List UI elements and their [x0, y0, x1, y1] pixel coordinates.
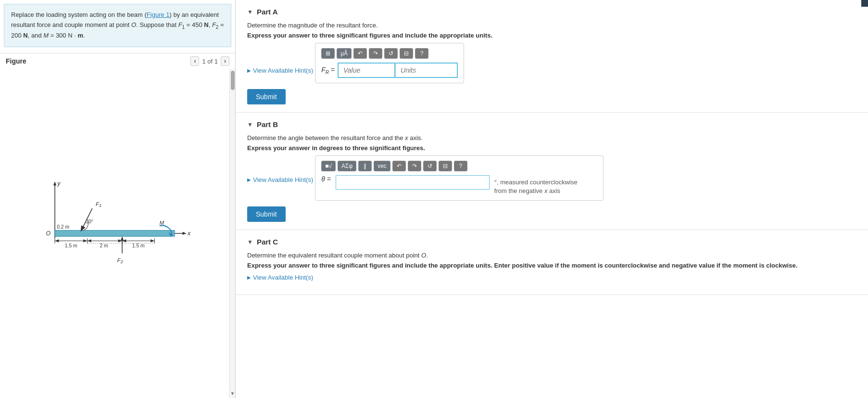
svg-text:F2: F2: [117, 257, 124, 264]
svg-text:O: O: [46, 230, 50, 237]
part-c-hint-link[interactable]: View Available Hint(s): [247, 274, 313, 281]
toolbar-b-undo-btn[interactable]: ↶: [392, 161, 406, 171]
svg-marker-29: [151, 240, 154, 243]
svg-marker-17: [83, 240, 87, 243]
svg-marker-22: [87, 240, 91, 243]
svg-text:M: M: [160, 220, 164, 226]
svg-text:2 m: 2 m: [100, 243, 108, 248]
part-a-description: Determine the magnitude of the resultant…: [247, 22, 856, 29]
toolbar-b-sqrt-btn[interactable]: ■√: [321, 161, 336, 171]
part-a-value-input[interactable]: [338, 63, 395, 78]
toolbar-b-redo-btn[interactable]: ↷: [408, 161, 421, 171]
toolbar-a-undo-btn[interactable]: ↶: [353, 48, 367, 59]
part-b-header[interactable]: ▼ Part B: [247, 120, 856, 128]
svg-text:30°: 30°: [86, 219, 93, 224]
part-b-submit-btn[interactable]: Submit: [247, 206, 286, 222]
part-b-instruction: Express your answer in degrees to three …: [247, 144, 856, 152]
figure-svg: y x O F1 30° 0.2 m: [0, 69, 229, 398]
part-b-hint-link[interactable]: View Available Hint(s): [247, 176, 313, 183]
toolbar-a-keyboard-btn[interactable]: ⊟: [400, 48, 413, 59]
problem-statement: Replace the loading system acting on the…: [4, 4, 231, 47]
svg-text:1.5 m: 1.5 m: [132, 243, 145, 248]
toolbar-b-greek-btn[interactable]: ΑΣφ: [338, 161, 356, 171]
part-b-theta-input[interactable]: [336, 175, 490, 190]
toolbar-a-matrix-btn[interactable]: ⊞: [321, 48, 335, 59]
part-a-answer-box: ⊞ μÅ ↶ ↷ ↺ ⊟ ? FR =: [315, 43, 464, 83]
scroll-thumb: [231, 71, 235, 90]
part-a-instruction: Express your answer to three significant…: [247, 32, 856, 39]
part-a-section: ▼ Part A Determine the magnitude of the …: [236, 0, 868, 113]
scroll-down-btn[interactable]: ▼: [230, 391, 235, 398]
part-b-section: ▼ Part B Determine the angle between the…: [236, 113, 868, 230]
part-b-toolbar: ■√ ΑΣφ ‖ vec ↶ ↷ ↺ ⊟ ?: [321, 161, 597, 171]
part-c-instruction: Express your answer to three significant…: [247, 262, 856, 269]
part-c-section: ▼ Part C Determine the equivalent result…: [236, 230, 868, 295]
toolbar-a-symbol-btn[interactable]: μÅ: [337, 48, 352, 59]
part-a-hint-link[interactable]: View Available Hint(s): [247, 67, 313, 74]
part-b-degree-note: °, measured counterclockwise from the ne…: [494, 175, 581, 195]
toolbar-b-help-btn[interactable]: ?: [454, 161, 467, 171]
part-a-submit-btn[interactable]: Submit: [247, 89, 286, 104]
part-c-collapse-arrow: ▼: [247, 239, 253, 245]
part-a-input-row: FR =: [321, 63, 458, 78]
svg-text:F1: F1: [96, 201, 101, 208]
part-b-var-label: θ =: [321, 175, 331, 183]
toolbar-a-redo-btn[interactable]: ↷: [369, 48, 382, 59]
toolbar-a-help-btn[interactable]: ?: [415, 48, 428, 59]
part-c-description: Determine the equivalent resultant coupl…: [247, 252, 856, 259]
figure-title: Figure: [6, 57, 26, 65]
right-panel: ▼ Part A Determine the magnitude of the …: [236, 0, 868, 398]
toolbar-b-vec-btn[interactable]: vec: [374, 161, 390, 171]
figure-page-indicator: 1 of 1: [202, 58, 218, 65]
part-a-collapse-arrow: ▼: [247, 9, 253, 15]
figure-header: Figure ‹ 1 of 1 ›: [0, 53, 235, 69]
part-b-label: Part B: [257, 120, 278, 128]
part-a-units-input[interactable]: [395, 63, 458, 78]
svg-marker-32: [121, 236, 124, 240]
scroll-bar[interactable]: ▼: [229, 69, 235, 398]
part-c-label: Part C: [257, 238, 278, 246]
svg-marker-1: [53, 181, 56, 185]
toolbar-b-keyboard-btn[interactable]: ⊟: [439, 161, 452, 171]
figure-nav-controls: ‹ 1 of 1 ›: [190, 56, 229, 66]
svg-text:0.2 m: 0.2 m: [57, 224, 69, 230]
part-a-toolbar: ⊞ μÅ ↶ ↷ ↺ ⊟ ?: [321, 48, 458, 59]
part-a-label: Part A: [257, 8, 278, 16]
figure-container: y x O F1 30° 0.2 m: [0, 69, 229, 398]
part-a-header[interactable]: ▼ Part A: [247, 8, 856, 16]
svg-text:y: y: [57, 180, 61, 187]
toolbar-b-parallel-btn[interactable]: ‖: [358, 161, 372, 171]
svg-text:x: x: [187, 230, 191, 237]
toolbar-a-reset-btn[interactable]: ↺: [384, 48, 398, 59]
part-a-var-label: FR =: [321, 66, 335, 75]
part-b-answer-box: ■√ ΑΣφ ‖ vec ↶ ↷ ↺ ⊟ ? θ = °, measured c…: [315, 155, 604, 201]
part-b-description: Determine the angle between the resultan…: [247, 134, 856, 141]
part-b-answer-row: θ = °, measured counterclockwise from th…: [321, 175, 597, 195]
svg-marker-16: [55, 240, 59, 243]
problem-text-content: Replace the loading system acting on the…: [11, 11, 224, 39]
svg-rect-7: [55, 231, 175, 236]
part-b-collapse-arrow: ▼: [247, 121, 253, 128]
figure-link[interactable]: Figure 1: [147, 11, 170, 18]
top-right-indicator: [861, 0, 868, 7]
figure-next-btn[interactable]: ›: [221, 56, 229, 66]
svg-text:1.5 m: 1.5 m: [65, 243, 77, 248]
figure-prev-btn[interactable]: ‹: [190, 56, 199, 66]
left-panel: Replace the loading system acting on the…: [0, 0, 236, 398]
svg-marker-4: [183, 232, 187, 235]
toolbar-b-reset-btn[interactable]: ↺: [423, 161, 437, 171]
part-c-header[interactable]: ▼ Part C: [247, 238, 856, 246]
